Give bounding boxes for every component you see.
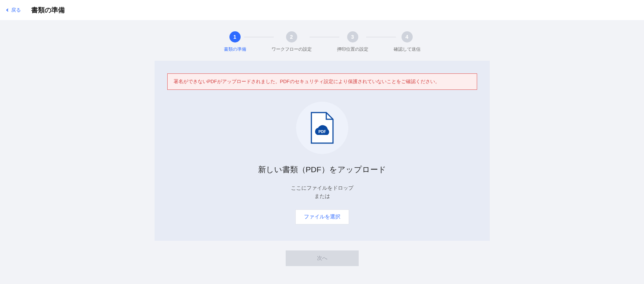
step-circle: 1	[229, 31, 241, 42]
back-link[interactable]: 戻る	[7, 7, 21, 13]
step-connector	[310, 37, 339, 37]
upload-drop-text: ここにファイルをドロップ	[291, 184, 353, 192]
step-label: ワークフローの設定	[272, 46, 312, 53]
upload-card: 署名ができないPDFがアップロードされました。PDFのセキュリティ設定により保護…	[155, 61, 490, 241]
step-connector	[366, 37, 396, 37]
step-label: 押印位置の設定	[337, 46, 368, 53]
step-circle: 4	[402, 31, 413, 42]
page-title: 書類の準備	[31, 6, 65, 15]
step-label: 確認して送信	[394, 46, 421, 53]
error-alert: 署名ができないPDFがアップロードされました。PDFのセキュリティ設定により保護…	[167, 73, 477, 90]
step-3: 3 押印位置の設定	[337, 31, 368, 53]
back-label: 戻る	[11, 7, 21, 13]
step-1: 1 書類の準備	[224, 31, 246, 53]
upload-heading: 新しい書類（PDF）をアップロード	[258, 164, 386, 175]
chevron-left-icon	[6, 8, 9, 11]
step-connector	[244, 37, 274, 37]
step-circle: 2	[286, 31, 297, 42]
step-4: 4 確認して送信	[394, 31, 421, 53]
pdf-upload-icon: PDF	[296, 102, 348, 154]
top-bar: 戻る 書類の準備	[0, 0, 644, 20]
pdf-badge-text: PDF	[318, 130, 326, 134]
upload-or-text: または	[314, 192, 330, 200]
error-message: 署名ができないPDFがアップロードされました。PDFのセキュリティ設定により保護…	[174, 79, 440, 84]
stepper: 1 書類の準備 2 ワークフローの設定 3 押印位置の設定 4 確認して送信	[0, 20, 644, 61]
select-file-button[interactable]: ファイルを選択	[295, 209, 349, 224]
step-2: 2 ワークフローの設定	[272, 31, 312, 53]
step-circle: 3	[347, 31, 358, 42]
upload-dropzone[interactable]: PDF 新しい書類（PDF）をアップロード ここにファイルをドロップ または フ…	[167, 100, 477, 228]
next-button[interactable]: 次へ	[286, 250, 359, 266]
step-label: 書類の準備	[224, 46, 246, 53]
footer: 次へ	[0, 241, 644, 281]
